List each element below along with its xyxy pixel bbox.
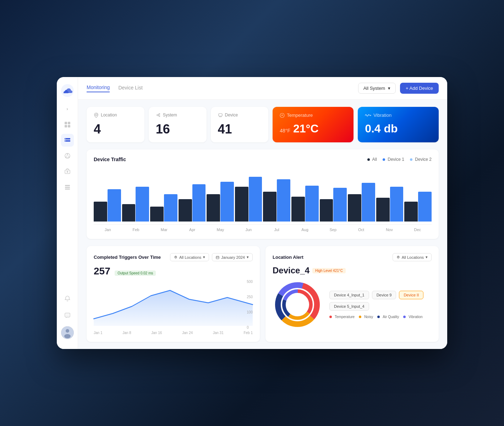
traffic-chart-title: Device Traffic bbox=[94, 157, 126, 162]
chevron-down-icon: ▾ bbox=[388, 86, 390, 91]
alert-title: Location Alert bbox=[273, 255, 303, 260]
svg-rect-18 bbox=[65, 185, 70, 186]
sidebar-item-network[interactable] bbox=[61, 149, 74, 162]
svg-point-27 bbox=[64, 334, 71, 338]
donut-legend: Temperature Noisy Air Quality bbox=[329, 315, 432, 319]
bar-label-Jul: Jul bbox=[263, 228, 291, 232]
device-card: Device 41 bbox=[211, 107, 269, 142]
bar-device2-Feb bbox=[136, 187, 149, 222]
svg-rect-17 bbox=[67, 171, 68, 173]
bar-device2-Mar bbox=[164, 194, 177, 222]
sidebar: › bbox=[57, 77, 78, 349]
bar-device1-Jul bbox=[263, 192, 276, 222]
bar-label-Dec: Dec bbox=[404, 228, 432, 232]
bar-device1-Mar bbox=[150, 207, 164, 222]
svg-point-31 bbox=[159, 116, 160, 117]
temperature-card: Temperature 48°F 21°C bbox=[273, 107, 354, 142]
bar-device2-Aug bbox=[305, 186, 319, 222]
legend-device2: Device 2 bbox=[410, 157, 432, 162]
area-chart-svg bbox=[94, 280, 253, 326]
user-avatar[interactable] bbox=[61, 326, 74, 339]
svg-point-28 bbox=[95, 114, 97, 116]
legend-all: All bbox=[367, 157, 377, 162]
temperature-icon bbox=[280, 113, 285, 118]
bar-group-Jul bbox=[263, 179, 290, 222]
header-right: All System ▾ + Add Device bbox=[358, 83, 439, 94]
traffic-legend: All Device 1 Device 2 bbox=[367, 157, 432, 162]
chevron-icon2: ▾ bbox=[247, 255, 249, 260]
triggers-location-filter[interactable]: All Locations ▾ bbox=[170, 253, 209, 261]
vibration-card: Vibration 0.4 db bbox=[358, 107, 439, 142]
bar-label-Apr: Apr bbox=[178, 228, 206, 232]
tab-monitoring[interactable]: Monitoring bbox=[87, 84, 110, 92]
stat-cards: Location 4 System bbox=[87, 107, 439, 142]
device-label: Device bbox=[218, 113, 262, 118]
location-label: Location bbox=[94, 113, 137, 118]
bar-label-Oct: Oct bbox=[347, 228, 375, 232]
x-axis-labels: Jan 1 Jan 8 Jan 16 Jan 24 Jan 31 Feb 1 bbox=[94, 331, 253, 335]
chat-icon[interactable] bbox=[61, 309, 74, 322]
svg-point-29 bbox=[157, 114, 158, 116]
bar-group-Jun bbox=[235, 177, 262, 222]
device-tags: Device 4_Input_1 Device 9 Device II Devi… bbox=[329, 291, 432, 311]
vibration-label: Vibration bbox=[365, 113, 432, 118]
bar-group-Feb bbox=[122, 187, 149, 222]
bar-device1-Oct bbox=[348, 194, 361, 222]
sidebar-item-alerts[interactable] bbox=[61, 165, 74, 178]
bar-device2-Oct bbox=[362, 183, 375, 222]
tab-device-list[interactable]: Device List bbox=[118, 85, 142, 92]
svg-point-30 bbox=[159, 114, 160, 115]
bar-device1-Dec bbox=[404, 202, 418, 222]
alert-location-icon bbox=[396, 256, 400, 259]
svg-line-32 bbox=[158, 114, 159, 115]
sidebar-item-dashboard[interactable] bbox=[61, 118, 74, 131]
system-icon bbox=[156, 113, 161, 118]
bar-device2-Jul bbox=[277, 179, 290, 222]
vib-dot bbox=[403, 316, 406, 318]
bar-device1-Feb bbox=[122, 204, 136, 222]
logo bbox=[61, 84, 74, 97]
svg-point-45 bbox=[398, 256, 399, 257]
bar-device2-Jun bbox=[249, 177, 262, 222]
bar-group-Apr bbox=[179, 184, 206, 222]
svg-point-8 bbox=[65, 141, 66, 141]
svg-line-13 bbox=[66, 155, 67, 157]
location-card: Location 4 bbox=[87, 107, 144, 142]
tabs: Monitoring Device List bbox=[87, 84, 143, 92]
bar-device2-Dec bbox=[418, 192, 432, 222]
svg-rect-1 bbox=[65, 122, 67, 124]
chevron-icon3: ▾ bbox=[426, 255, 428, 260]
legend-vibration: Vibration bbox=[403, 315, 422, 319]
sidebar-toggle[interactable]: › bbox=[64, 105, 71, 113]
svg-rect-34 bbox=[219, 114, 222, 116]
bar-group-Jan bbox=[94, 189, 121, 222]
traffic-bar-chart bbox=[94, 168, 432, 225]
svg-rect-3 bbox=[65, 125, 67, 127]
system-select[interactable]: All System ▾ bbox=[358, 83, 396, 94]
bar-device1-Aug bbox=[291, 197, 305, 222]
alert-location-filter[interactable]: All Locations ▾ bbox=[393, 253, 432, 261]
bar-device2-May bbox=[220, 182, 234, 222]
legend-noisy: Noisy bbox=[359, 315, 373, 319]
add-device-button[interactable]: + Add Device bbox=[400, 83, 439, 94]
bar-device1-Jan bbox=[94, 202, 107, 222]
bottom-grid: Completed Triggers Over Time All Locatio… bbox=[87, 246, 439, 342]
svg-point-22 bbox=[66, 315, 67, 316]
triggers-card: Completed Triggers Over Time All Locatio… bbox=[87, 246, 260, 342]
alert-device-name: Device_4 High Level 421°C bbox=[273, 266, 432, 275]
location-value: 4 bbox=[94, 122, 137, 137]
system-card: System 16 bbox=[149, 107, 207, 142]
location-filter-icon bbox=[174, 256, 177, 259]
main-content: Monitoring Device List All System ▾ + Ad… bbox=[78, 77, 447, 349]
bar-month-labels: JanFebMarAprMayJunJulAugSepOctNovDec bbox=[94, 228, 432, 232]
sidebar-item-settings[interactable] bbox=[61, 181, 74, 193]
svg-rect-4 bbox=[68, 125, 70, 127]
sidebar-item-devices[interactable] bbox=[61, 134, 74, 147]
bar-label-Mar: Mar bbox=[150, 228, 178, 232]
bar-group-Dec bbox=[404, 192, 432, 222]
triggers-date-filter[interactable]: January 2024 ▾ bbox=[212, 253, 253, 261]
svg-point-23 bbox=[67, 315, 68, 316]
notification-icon[interactable] bbox=[61, 292, 74, 305]
device-tag-1: Device 9 bbox=[372, 291, 396, 299]
vibration-value: 0.4 db bbox=[365, 122, 432, 135]
